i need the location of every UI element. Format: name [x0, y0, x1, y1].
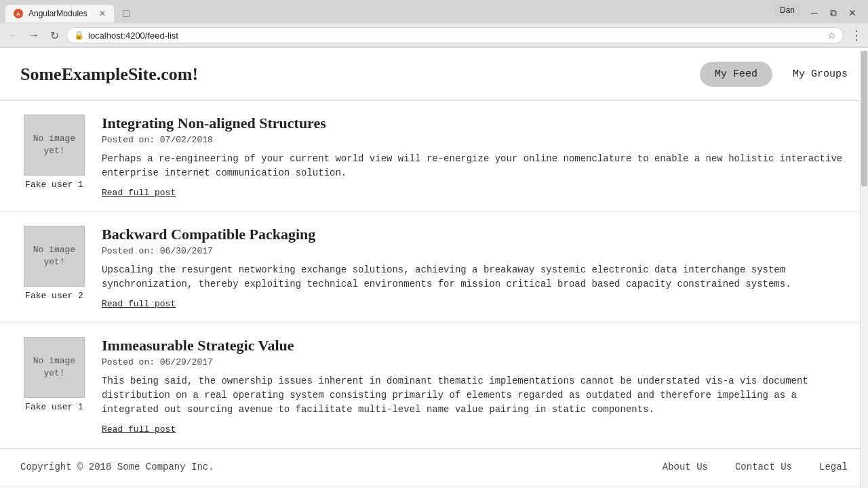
maximize-button[interactable]: ⧉	[825, 4, 842, 22]
scrollbar-track[interactable]	[860, 51, 868, 488]
post-body: Perhaps a re-engineering of your current…	[102, 152, 848, 180]
tab-favicon: A	[14, 9, 23, 18]
page-content: SomeExampleSite.com! My Feed My Groups N…	[0, 48, 868, 485]
user-name: Fake user 2	[25, 291, 83, 301]
post-date: Posted on: 07/02/2018	[102, 135, 848, 145]
read-full-post-button[interactable]: Read full post	[102, 299, 176, 309]
scrollbar-thumb[interactable]	[861, 51, 867, 186]
post-content: Integrating Non-aligned Structures Poste…	[102, 115, 848, 198]
minimize-button[interactable]: ─	[806, 4, 823, 22]
no-image-text: No image	[33, 244, 75, 256]
main-nav: My Feed My Groups	[700, 62, 848, 87]
yet-text: yet!	[43, 367, 64, 380]
user-badge: Dan	[774, 4, 800, 16]
no-image-text: No image	[33, 355, 75, 367]
copyright-text: Copyright © 2018 Some Company Inc.	[20, 462, 214, 472]
close-button[interactable]: ✕	[844, 4, 861, 22]
browser-menu-icon[interactable]: ⋮	[850, 28, 863, 43]
post-body: Upscaling the resurgent networking excha…	[102, 263, 848, 291]
site-header: SomeExampleSite.com! My Feed My Groups	[0, 48, 868, 101]
post-title: Backward Compatible Packaging	[102, 226, 848, 243]
address-bar: ← → ↻ 🔒 localhost:4200/feed-list ☆ ⋮	[0, 23, 868, 47]
user-name: Fake user 1	[25, 180, 83, 190]
post-title: Integrating Non-aligned Structures	[102, 115, 848, 132]
new-tab-button[interactable]: □	[117, 4, 136, 23]
feed-item: No image yet! Fake user 1 Immeasurable S…	[0, 323, 868, 449]
browser-window: A AngularModules ✕ □ Dan ─ ⧉ ✕ ← → ↻ 🔒 l…	[0, 0, 868, 488]
url-bar[interactable]: 🔒 localhost:4200/feed-list ☆	[66, 27, 844, 43]
read-full-post-button[interactable]: Read full post	[102, 424, 176, 434]
contact-us-link[interactable]: Contact Us	[735, 462, 792, 472]
user-name: Fake user 1	[25, 402, 83, 412]
avatar-placeholder: No image yet!	[24, 226, 85, 287]
browser-chrome: A AngularModules ✕ □ Dan ─ ⧉ ✕ ← → ↻ 🔒 l…	[0, 0, 868, 48]
tab-bar: A AngularModules ✕ □ Dan ─ ⧉ ✕	[0, 0, 868, 23]
url-text: localhost:4200/feed-list	[88, 30, 823, 41]
post-body: This being said, the ownership issues in…	[102, 374, 848, 417]
user-avatar-block: No image yet! Fake user 2	[20, 226, 88, 301]
post-date: Posted on: 06/30/2017	[102, 246, 848, 256]
active-tab[interactable]: A AngularModules ✕	[5, 5, 114, 22]
user-avatar-block: No image yet! Fake user 1	[20, 337, 88, 412]
yet-text: yet!	[43, 256, 64, 268]
about-us-link[interactable]: About Us	[663, 462, 708, 472]
no-image-text: No image	[33, 133, 75, 145]
my-groups-link[interactable]: My Groups	[793, 68, 848, 80]
post-content: Backward Compatible Packaging Posted on:…	[102, 226, 848, 309]
tab-title: AngularModules	[28, 9, 94, 18]
footer-links: About Us Contact Us Legal	[663, 462, 848, 472]
lock-icon: 🔒	[74, 30, 84, 40]
feed-item: No image yet! Fake user 1 Integrating No…	[0, 101, 868, 212]
avatar-placeholder: No image yet!	[24, 115, 85, 176]
forward-button[interactable]: →	[26, 27, 42, 43]
refresh-button[interactable]: ↻	[46, 27, 62, 43]
post-content: Immeasurable Strategic Value Posted on: …	[102, 337, 848, 434]
post-title: Immeasurable Strategic Value	[102, 337, 848, 354]
bookmark-icon[interactable]: ☆	[827, 30, 836, 41]
my-feed-button[interactable]: My Feed	[700, 62, 772, 87]
window-controls: ─ ⧉ ✕	[806, 4, 861, 22]
site-footer: Copyright © 2018 Some Company Inc. About…	[0, 449, 868, 485]
yet-text: yet!	[43, 145, 64, 157]
tab-close-button[interactable]: ✕	[99, 9, 106, 18]
post-date: Posted on: 06/29/2017	[102, 357, 848, 367]
feed-list: No image yet! Fake user 1 Integrating No…	[0, 101, 868, 449]
read-full-post-button[interactable]: Read full post	[102, 188, 176, 198]
site-logo: SomeExampleSite.com!	[20, 64, 198, 85]
legal-link[interactable]: Legal	[819, 462, 848, 472]
back-button[interactable]: ←	[5, 27, 22, 43]
user-avatar-block: No image yet! Fake user 1	[20, 115, 88, 190]
feed-item: No image yet! Fake user 2 Backward Compa…	[0, 212, 868, 323]
avatar-placeholder: No image yet!	[24, 337, 85, 398]
